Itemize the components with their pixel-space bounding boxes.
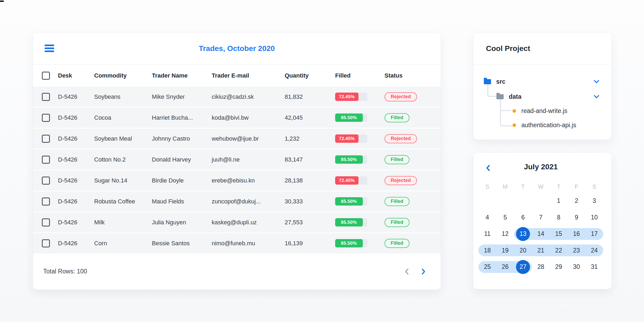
cell-trader-name: Maud Fields xyxy=(152,198,212,205)
cell-desk: D-5426 xyxy=(58,156,94,163)
status-badge: Filled xyxy=(385,239,409,248)
cell-desk: D-5426 xyxy=(58,240,94,247)
calendar-day[interactable]: 7 xyxy=(532,209,550,226)
row-checkbox[interactable] xyxy=(42,156,50,164)
cell-commodity: Corn xyxy=(94,240,152,247)
calendar-day[interactable]: 30 xyxy=(568,259,585,275)
calendar-day[interactable]: 20 xyxy=(514,242,532,259)
cell-desk: D-5426 xyxy=(58,135,94,142)
calendar-day[interactable]: 4 xyxy=(478,209,496,226)
table-row: D-5426MilkJulia Nguyenkaskeg@dupli.uz27,… xyxy=(33,212,441,232)
filled-progress-bar: 72.45% xyxy=(335,93,367,101)
cell-trader-name: Birdie Doyle xyxy=(152,177,212,184)
calendar-day[interactable]: 31 xyxy=(586,259,603,275)
filled-progress-value: 85.50% xyxy=(335,197,363,206)
calendar-day[interactable]: 14 xyxy=(532,226,550,242)
row-checkbox[interactable] xyxy=(42,114,50,122)
column-header-email: Trader E-mail xyxy=(212,72,285,79)
calendar-day[interactable]: 3 xyxy=(586,193,603,209)
cell-trader-email: wehubow@ijue.br xyxy=(212,135,285,142)
calendar-day[interactable]: 15 xyxy=(550,226,568,242)
cell-commodity: Cotton No.2 xyxy=(94,156,152,163)
calendar-card: July 2021 SMTWTFS 1234567891011121314151… xyxy=(473,152,612,289)
calendar-weeks: 1234567891011121314151617181920212223242… xyxy=(478,193,603,275)
prev-page-button[interactable] xyxy=(402,267,412,276)
calendar-day[interactable]: 8 xyxy=(550,209,568,226)
column-header-commodity: Commodity xyxy=(94,72,152,79)
calendar-day[interactable]: 24 xyxy=(586,242,603,259)
tree-item-read-and-write[interactable]: read-and-write.js xyxy=(513,107,567,115)
cell-trader-email: nimo@funeb.mu xyxy=(212,240,285,247)
tree-connector xyxy=(501,110,511,111)
calendar-day[interactable]: 23 xyxy=(568,242,585,259)
calendar-day[interactable]: 12 xyxy=(496,226,514,242)
row-checkbox[interactable] xyxy=(42,93,50,101)
calendar-day[interactable]: 9 xyxy=(568,209,585,226)
filled-progress-bar: 85.50% xyxy=(335,155,367,164)
tree-item-label: src xyxy=(496,78,506,85)
filled-progress-bar: 85.50% xyxy=(335,197,367,206)
filled-progress-bar: 85.50% xyxy=(335,239,367,247)
trades-card: Trades, October 2020 Desk Commodity Trad… xyxy=(33,32,441,290)
calendar-day[interactable]: 2 xyxy=(568,193,585,209)
calendar-day[interactable]: 1 xyxy=(550,193,568,209)
tree-item-label: data xyxy=(509,93,521,100)
status-badge: Filled xyxy=(385,218,409,227)
calendar-day[interactable]: 28 xyxy=(532,259,550,275)
table-row: D-5426Robusta CoffeeMaud Fieldszuncopof@… xyxy=(33,191,441,211)
filled-progress-bar: 72.45% xyxy=(335,134,367,143)
cell-trader-name: Donald Harvey xyxy=(152,156,212,163)
cell-trader-name: Johnny Castro xyxy=(152,135,212,142)
calendar-day[interactable]: 25 xyxy=(478,259,496,275)
cell-trader-name: Julia Nguyen xyxy=(152,219,212,226)
filled-progress-bar: 72.45% xyxy=(335,176,367,185)
cell-quantity: 16,139 xyxy=(285,240,335,247)
chevron-down-icon xyxy=(593,80,600,83)
filled-progress-value: 85.50% xyxy=(335,239,363,247)
status-badge: Filled xyxy=(385,197,409,206)
tree-item-authentication-api[interactable]: authentication-api.js xyxy=(513,121,576,129)
column-header-status: Status xyxy=(385,72,441,79)
calendar-day[interactable]: 27 xyxy=(514,259,532,275)
calendar-day[interactable]: 10 xyxy=(586,209,603,226)
calendar-day[interactable]: 26 xyxy=(496,259,514,275)
select-all-checkbox[interactable] xyxy=(42,72,50,80)
chevron-down-icon xyxy=(593,95,600,98)
row-checkbox[interactable] xyxy=(42,239,50,247)
calendar-day[interactable]: 29 xyxy=(550,259,568,275)
calendar-day[interactable]: 17 xyxy=(586,226,603,242)
weekday-label: W xyxy=(532,183,550,190)
cell-desk: D-5426 xyxy=(58,114,94,121)
total-rows-label: Total Rows: 100 xyxy=(43,268,87,275)
selected-day-circle: 13 xyxy=(516,227,530,241)
next-page-button[interactable] xyxy=(419,267,428,276)
calendar-day[interactable]: 5 xyxy=(496,209,514,226)
tree-item-data[interactable]: data xyxy=(496,92,521,101)
row-checkbox[interactable] xyxy=(42,135,50,143)
calendar-day[interactable]: 6 xyxy=(514,209,532,226)
row-checkbox[interactable] xyxy=(42,218,50,226)
table-row: D-5426CornBessie Santosnimo@funeb.mu16,1… xyxy=(33,233,441,253)
chevron-left-icon xyxy=(404,268,410,275)
calendar-day[interactable]: 16 xyxy=(568,226,585,242)
calendar-day[interactable]: 18 xyxy=(478,242,496,259)
cell-desk: D-5426 xyxy=(58,93,94,100)
row-checkbox[interactable] xyxy=(42,197,50,206)
column-header-filled: Filled xyxy=(335,72,385,79)
calendar-day[interactable]: 13 xyxy=(514,226,532,242)
calendar-day[interactable]: 11 xyxy=(478,226,496,242)
folder-icon xyxy=(484,79,491,84)
calendar-day[interactable]: 21 xyxy=(532,242,550,259)
calendar-day[interactable]: 22 xyxy=(550,242,568,259)
tree-item-src[interactable]: src xyxy=(484,77,506,86)
row-checkbox[interactable] xyxy=(42,177,50,185)
cell-trader-name: Mike Snyder xyxy=(152,93,212,100)
collapse-src-button[interactable] xyxy=(593,80,600,83)
weekday-label: S xyxy=(586,183,603,190)
collapse-data-button[interactable] xyxy=(593,95,600,98)
calendar-day[interactable]: 19 xyxy=(496,242,514,259)
chevron-right-icon xyxy=(420,268,426,275)
column-header-quantity: Quantity xyxy=(285,72,335,79)
weekday-label: S xyxy=(478,183,496,190)
calendar-day xyxy=(478,193,496,209)
